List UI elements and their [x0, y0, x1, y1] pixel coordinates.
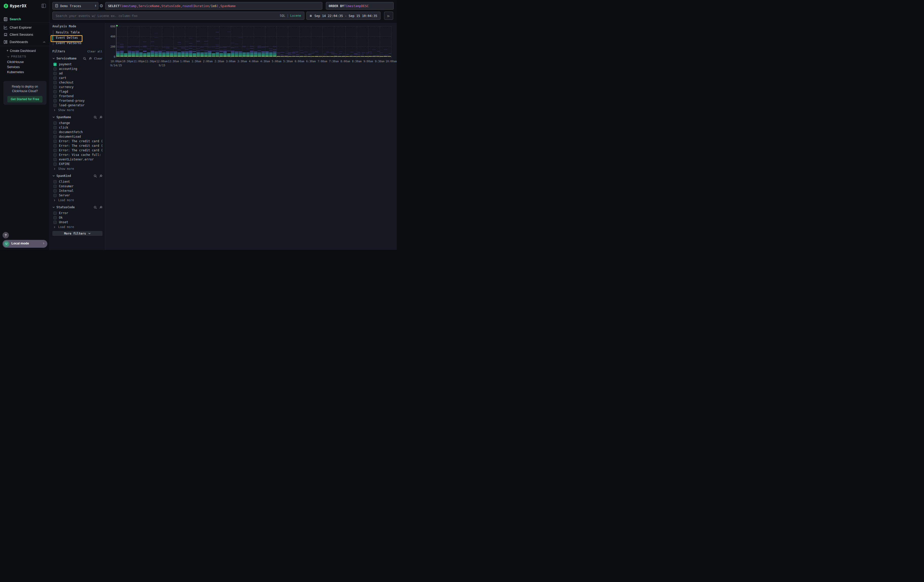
filter-group-header[interactable]: StatusCode [52, 205, 102, 209]
chevron-down-icon [52, 116, 55, 119]
pin-icon[interactable] [89, 57, 92, 60]
sidebar-item-kubernetes[interactable]: Kubernetes [0, 70, 50, 75]
language-toggle-sql[interactable]: SQL [280, 14, 285, 18]
sidebar-item-clickhouse[interactable]: ClickHouse [0, 60, 50, 64]
filter-option-error-visa-cache-full[interactable]: Error: Visa cache full: … [53, 153, 102, 157]
select-chevrons-icon: ▲▼ [95, 5, 96, 7]
checkbox[interactable] [53, 162, 57, 166]
load-more-button[interactable]: Load more [53, 198, 102, 202]
checkbox[interactable] [53, 67, 57, 71]
checkbox[interactable] [53, 122, 57, 125]
language-toggle-lucene[interactable]: Lucene [290, 14, 301, 18]
help-button[interactable]: ? [3, 232, 9, 238]
search-icon[interactable] [83, 57, 86, 60]
filter-option-frontend[interactable]: frontend [53, 94, 102, 99]
show-more-button[interactable]: Show more [53, 108, 102, 112]
pin-icon[interactable] [99, 206, 102, 209]
filter-option-documentload[interactable]: documentLoad [53, 134, 102, 139]
filter-option-error-the-credit-card[interactable]: Error: The credit card (… [53, 143, 102, 148]
filter-option-expire[interactable]: EXPIRE [53, 162, 102, 166]
pin-icon[interactable] [99, 174, 102, 178]
checkbox[interactable] [53, 135, 57, 138]
checkbox[interactable] [53, 90, 57, 93]
show-more-button[interactable]: Show more [53, 167, 102, 171]
checkbox[interactable] [53, 216, 57, 219]
checkbox[interactable] [53, 194, 57, 197]
filter-option-load-generator[interactable]: load-generator [53, 103, 102, 107]
pin-icon[interactable] [99, 115, 102, 119]
gear-icon[interactable]: ⚙ [99, 3, 103, 8]
filter-option-ad[interactable]: ad [53, 71, 102, 76]
filter-option-accounting[interactable]: accounting [53, 66, 102, 71]
checkbox[interactable] [53, 185, 57, 188]
filter-option-checkout[interactable]: checkout [53, 80, 102, 85]
clear-button[interactable]: Clear [94, 57, 102, 60]
filter-option-error-the-credit-card[interactable]: Error: The credit card (… [53, 148, 102, 153]
filter-option-server[interactable]: Server [53, 193, 102, 198]
search-icon[interactable] [94, 115, 97, 119]
sidebar-item-chart-explorer[interactable]: Chart Explorer [0, 25, 50, 31]
chevron-up-icon[interactable] [43, 41, 46, 43]
select-query-input[interactable]: SELECT Timestamp, ServiceName, StatusCod… [105, 2, 322, 10]
filter-option-error-the-credit-card[interactable]: Error: The credit card (… [53, 139, 102, 143]
checkbox[interactable] [53, 76, 57, 80]
filter-option-click[interactable]: click [53, 125, 102, 130]
checkbox[interactable] [53, 149, 57, 152]
checkbox[interactable] [53, 86, 57, 89]
checkbox[interactable] [53, 99, 57, 102]
clear-all-button[interactable]: Clear all [87, 50, 102, 53]
sidebar-presets-toggle[interactable]: PRESETS [0, 54, 50, 59]
more-filters-button[interactable]: More filters [52, 231, 102, 236]
sidebar-item-dashboards[interactable]: Dashboards [0, 40, 50, 45]
user-menu[interactable]: U Local mode › [3, 240, 47, 248]
filter-group-header[interactable]: SpanKind [52, 174, 102, 178]
checkbox[interactable] [53, 81, 57, 84]
filter-option-change[interactable]: change [53, 121, 102, 125]
filter-group-header[interactable]: SpanName [52, 115, 102, 119]
load-more-button[interactable]: Load more [53, 225, 102, 229]
search-input[interactable]: Search your events w/ Lucene ex. column:… [52, 12, 304, 20]
filter-option-consumer[interactable]: Consumer [53, 184, 102, 188]
checkbox[interactable] [53, 95, 57, 98]
sidebar-item-create-dashboard[interactable]: + Create Dashboard [0, 49, 50, 53]
search-icon[interactable] [94, 206, 97, 209]
checkbox[interactable]: ✓ [53, 63, 57, 66]
source-select[interactable]: Demo Traces ▲▼ [52, 2, 98, 10]
filter-option-currency[interactable]: currency [53, 85, 102, 89]
checkbox[interactable] [53, 140, 57, 143]
filter-group-header[interactable]: ServiceNameClear [52, 56, 102, 61]
filter-option-client[interactable]: Client [53, 180, 102, 184]
get-started-button[interactable]: Get Started for Free [7, 96, 43, 102]
sidebar-item-client-sessions[interactable]: Client Sessions [0, 32, 50, 38]
run-query-button[interactable]: ▷ [384, 12, 393, 20]
filter-option-eventlistener-error[interactable]: eventListener.error [53, 157, 102, 162]
checkbox[interactable] [53, 126, 57, 129]
filter-option-error[interactable]: Error [53, 211, 102, 215]
checkbox[interactable] [53, 158, 57, 161]
time-range-picker[interactable]: Sep 14 22:04:35 - Sep 15 10:04:35 [306, 12, 381, 20]
checkbox[interactable] [53, 72, 57, 75]
filter-option-ok[interactable]: Ok [53, 215, 102, 220]
order-by-input[interactable]: ORDER BY Timestamp DESC [326, 2, 394, 10]
checkbox[interactable] [53, 130, 57, 134]
checkbox[interactable] [53, 104, 57, 107]
sidebar-item-services[interactable]: Services [0, 65, 50, 69]
checkbox[interactable] [53, 211, 57, 215]
filter-option-flagd[interactable]: flagd [53, 89, 102, 94]
filter-option-internal[interactable]: Internal [53, 188, 102, 193]
duration-heatmap[interactable] [116, 25, 391, 58]
filter-option-documentfetch[interactable]: documentFetch [53, 130, 102, 134]
collapse-sidebar-icon[interactable] [41, 4, 46, 8]
checkbox[interactable] [53, 189, 57, 193]
checkbox[interactable] [53, 221, 57, 224]
checkbox[interactable] [53, 153, 57, 157]
search-icon[interactable] [94, 174, 97, 178]
checkbox[interactable] [53, 180, 57, 183]
filter-option-payment[interactable]: ✓payment [53, 62, 102, 66]
sidebar-item-search[interactable]: Search [0, 17, 50, 23]
analysis-mode-option-results-table[interactable]: Results Table [53, 30, 102, 35]
filter-option-cart[interactable]: cart [53, 76, 102, 80]
filter-option-frontend-proxy[interactable]: frontend-proxy [53, 99, 102, 103]
checkbox[interactable] [53, 144, 57, 148]
filter-option-unset[interactable]: Unset [53, 220, 102, 224]
